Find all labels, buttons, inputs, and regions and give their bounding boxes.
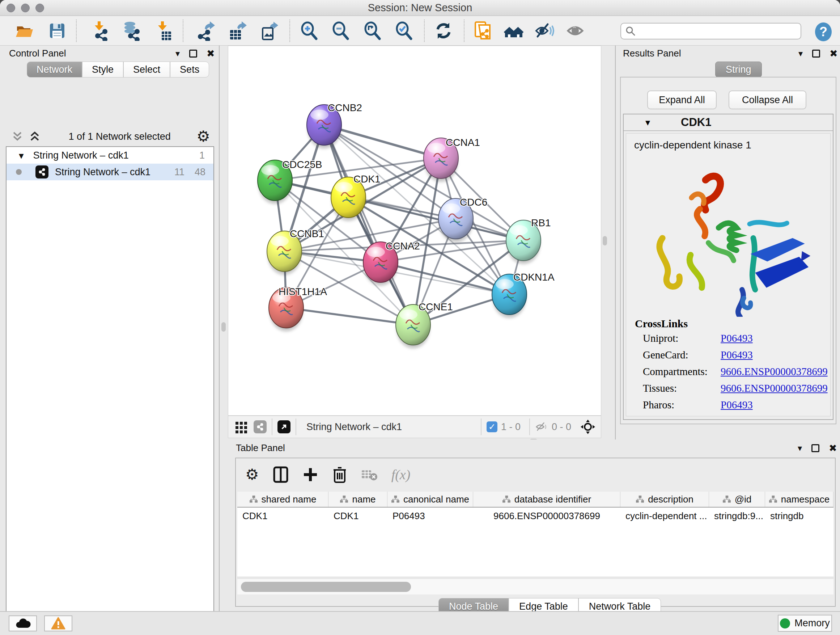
node-hist1h1a[interactable]: HIST1H1A bbox=[269, 286, 327, 331]
cell-namespace[interactable]: stringdb bbox=[765, 508, 834, 524]
maximize-panel-icon[interactable] bbox=[189, 50, 197, 57]
node-rb1[interactable]: RB1 bbox=[506, 217, 551, 264]
memory-button[interactable]: Memory bbox=[778, 615, 832, 632]
network-row[interactable]: String Network – cdk1 11 48 bbox=[6, 164, 213, 180]
scrollbar-thumb[interactable] bbox=[241, 582, 411, 592]
crosslink-tissues[interactable]: 9606.ENSP00000378699 bbox=[721, 382, 828, 394]
float-panel-icon[interactable]: ▾ bbox=[175, 49, 180, 59]
cell-canonical-name[interactable]: P06493 bbox=[387, 508, 473, 524]
function-builder-icon[interactable]: f(x) bbox=[392, 467, 411, 483]
cloud-button[interactable] bbox=[9, 616, 37, 631]
toolbar-separator bbox=[464, 19, 464, 42]
node-cdkn1a[interactable]: CDKN1A bbox=[492, 272, 554, 318]
first-neighbors-icon[interactable] bbox=[504, 21, 524, 41]
zoom-out-icon[interactable] bbox=[331, 21, 351, 41]
column-header[interactable]: description bbox=[621, 492, 709, 507]
edge-hist1h1a-ccne1[interactable] bbox=[286, 308, 413, 325]
cell-shared-name[interactable]: CDK1 bbox=[237, 508, 328, 524]
table-horizontal-scrollbar[interactable] bbox=[237, 578, 834, 594]
refresh-icon[interactable] bbox=[433, 21, 454, 41]
expand-all-icon[interactable] bbox=[28, 130, 43, 143]
float-panel-icon[interactable]: ▾ bbox=[798, 49, 803, 59]
import-database-icon[interactable] bbox=[121, 21, 141, 41]
column-header[interactable]: shared name bbox=[237, 492, 328, 507]
tab-style[interactable]: Style bbox=[82, 62, 123, 78]
node-label: CCNE1 bbox=[418, 301, 453, 312]
node-label: CDC25B bbox=[282, 159, 322, 170]
gene-name: CDK1 bbox=[681, 116, 711, 129]
cell-id[interactable]: stringdb:9... bbox=[709, 508, 765, 524]
selected-checkbox-icon[interactable]: ✓ bbox=[486, 421, 497, 432]
detach-view-icon[interactable] bbox=[278, 420, 291, 433]
column-header[interactable]: canonical name bbox=[387, 492, 473, 507]
delete-table-icon[interactable] bbox=[361, 468, 378, 481]
splitter-handle[interactable] bbox=[221, 322, 226, 332]
cell-database-identifier[interactable]: 9606.ENSP00000378699 bbox=[473, 508, 621, 524]
crosslink-uniprot[interactable]: P06493 bbox=[721, 333, 753, 344]
crosslink-genecard[interactable]: P06493 bbox=[721, 349, 753, 361]
collection-expand-icon[interactable]: ▾ bbox=[19, 150, 24, 161]
hide-selected-icon[interactable] bbox=[534, 21, 554, 41]
node-ccnb1[interactable]: CCNB1 bbox=[267, 228, 324, 274]
tab-sets[interactable]: Sets bbox=[170, 62, 209, 78]
warning-button[interactable] bbox=[44, 616, 73, 631]
column-header[interactable]: name bbox=[328, 492, 387, 507]
table-options-gear-icon[interactable]: ⚙ bbox=[245, 467, 259, 482]
edge-ccnb2-ccne1[interactable] bbox=[324, 125, 413, 325]
network-canvas[interactable]: CCNB2CCNA1CDC25BCDK1CDC6RB1CCNB1CCNA2CDK… bbox=[228, 46, 601, 416]
crosslink-compartments[interactable]: 9606.ENSP00000378699 bbox=[721, 366, 828, 378]
save-session-icon[interactable] bbox=[47, 21, 67, 41]
close-panel-icon[interactable]: ✖ bbox=[829, 442, 837, 454]
cell-description[interactable]: cyclin-dependent ... bbox=[621, 508, 709, 524]
create-column-icon[interactable] bbox=[302, 466, 318, 483]
maximize-panel-icon[interactable] bbox=[812, 50, 820, 57]
close-panel-icon[interactable]: ✖ bbox=[207, 48, 215, 59]
help-icon[interactable]: ? bbox=[813, 22, 834, 42]
expand-all-button[interactable]: Expand All bbox=[647, 90, 717, 109]
delete-column-icon[interactable] bbox=[332, 466, 347, 484]
collapse-section-icon[interactable]: ▾ bbox=[645, 117, 650, 128]
import-table-icon[interactable] bbox=[153, 21, 173, 41]
show-columns-icon[interactable] bbox=[273, 466, 289, 483]
column-header[interactable]: database identifier bbox=[473, 492, 621, 507]
gene-section-header[interactable]: ▾ CDK1 bbox=[624, 114, 833, 131]
node-ccna2[interactable]: CCNA2 bbox=[363, 241, 420, 285]
collapse-all-icon[interactable] bbox=[11, 130, 25, 143]
collapse-all-button[interactable]: Collapse All bbox=[729, 90, 806, 109]
gene-section: ▾ CDK1 cyclin-dependent kinase 1 bbox=[623, 114, 834, 420]
hidden-counts: 0 - 0 bbox=[552, 421, 571, 432]
close-panel-icon[interactable]: ✖ bbox=[829, 48, 838, 59]
network-view-type-icon[interactable] bbox=[254, 420, 267, 433]
splitter-handle[interactable] bbox=[603, 236, 607, 245]
table-row[interactable]: CDK1 CDK1 P06493 9606.ENSP00000378699 cy… bbox=[237, 508, 834, 524]
tab-network[interactable]: Network bbox=[27, 62, 82, 78]
network-collection-row[interactable]: ▾ String Network – cdk1 1 bbox=[6, 147, 213, 164]
crosslink-pharos[interactable]: P06493 bbox=[721, 399, 753, 411]
export-table-icon[interactable] bbox=[227, 21, 248, 41]
zoom-fit-icon[interactable] bbox=[363, 21, 383, 41]
maximize-panel-icon[interactable] bbox=[812, 444, 819, 452]
network-options-gear-icon[interactable]: ⚙ bbox=[196, 129, 210, 144]
zoom-selected-icon[interactable] bbox=[394, 21, 415, 41]
export-network-icon[interactable] bbox=[195, 21, 216, 41]
search-input[interactable] bbox=[636, 25, 791, 37]
tab-select[interactable]: Select bbox=[123, 62, 170, 78]
import-network-icon[interactable] bbox=[90, 21, 110, 41]
node-ccna1[interactable]: CCNA1 bbox=[424, 137, 480, 181]
column-header[interactable]: @id bbox=[709, 492, 765, 507]
zoom-in-icon[interactable] bbox=[300, 21, 320, 41]
birds-eye-view-icon[interactable] bbox=[580, 419, 596, 435]
open-session-icon[interactable] bbox=[14, 21, 35, 41]
export-image-icon[interactable] bbox=[259, 21, 279, 41]
grid-view-icon[interactable] bbox=[234, 420, 248, 434]
show-all-icon[interactable] bbox=[566, 21, 586, 41]
tab-string[interactable]: String bbox=[715, 62, 762, 78]
column-header[interactable]: namespace bbox=[765, 492, 834, 507]
node-cdk1[interactable]: CDK1 bbox=[331, 173, 381, 220]
search-box[interactable] bbox=[621, 23, 801, 40]
clone-network-icon[interactable] bbox=[473, 21, 493, 41]
toolbar-separator bbox=[76, 19, 77, 42]
node-ccne1[interactable]: CCNE1 bbox=[396, 301, 453, 348]
float-panel-icon[interactable]: ▾ bbox=[798, 443, 802, 453]
cell-name[interactable]: CDK1 bbox=[328, 508, 387, 524]
